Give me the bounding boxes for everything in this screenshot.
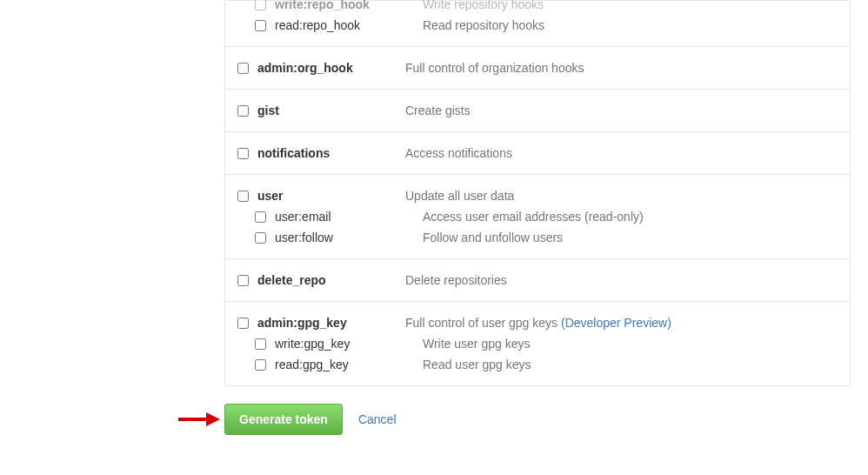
scope-name: gist: [257, 104, 405, 117]
scope-name: admin:gpg_key: [257, 316, 405, 330]
scope-group-admin-org-hook: admin:org_hook Full control of organizat…: [225, 46, 850, 89]
scope-row-notifications: notifications Access notifications: [237, 143, 850, 164]
scope-desc: Write user gpg keys: [423, 337, 530, 351]
scope-row-user-follow: user:follow Follow and unfollow users: [237, 227, 850, 248]
scope-desc: Access notifications: [405, 146, 512, 160]
scope-desc: Delete repositories: [405, 273, 507, 287]
checkbox-read-gpg-key[interactable]: [255, 359, 266, 371]
scope-desc: Write repository hooks: [423, 0, 544, 11]
checkbox-gist[interactable]: [237, 105, 249, 117]
scope-desc: Read user gpg keys: [423, 358, 531, 371]
desc-text: Full control of user gpg keys: [405, 316, 561, 330]
scope-row-gist: gist Create gists: [237, 100, 850, 121]
scope-group-user: user Update all user data user:email Acc…: [225, 174, 850, 258]
scope-group-notifications: notifications Access notifications: [225, 131, 850, 174]
scope-group-delete-repo: delete_repo Delete repositories: [225, 258, 850, 301]
scope-name: user: [257, 189, 405, 203]
scope-row-user: user Update all user data: [237, 185, 850, 206]
scope-name: write:repo_hook: [275, 0, 423, 11]
scope-row-write-repo-hook: write:repo_hook Write repository hooks: [237, 0, 850, 15]
scope-row-admin-org-hook: admin:org_hook Full control of organizat…: [237, 57, 850, 78]
scope-name: admin:org_hook: [257, 61, 405, 75]
scope-group-repo-hook: write:repo_hook Write repository hooks r…: [225, 0, 850, 46]
cancel-link[interactable]: Cancel: [358, 412, 397, 426]
checkbox-notifications[interactable]: [237, 148, 249, 159]
scope-desc: Follow and unfollow users: [423, 231, 563, 244]
form-actions: Generate token Cancel: [224, 404, 868, 435]
scope-row-read-gpg-key: read:gpg_key Read user gpg keys: [237, 354, 850, 375]
scope-desc: Read repository hooks: [423, 18, 544, 32]
scope-desc: Create gists: [405, 104, 471, 117]
checkbox-user-email[interactable]: [255, 211, 266, 223]
scope-desc: Update all user data: [405, 189, 514, 203]
scope-row-read-repo-hook: read:repo_hook Read repository hooks: [237, 15, 850, 36]
checkbox-delete-repo[interactable]: [237, 275, 249, 286]
scope-name: write:gpg_key: [275, 337, 423, 351]
scope-group-gist: gist Create gists: [225, 89, 850, 131]
scope-row-write-gpg-key: write:gpg_key Write user gpg keys: [237, 333, 850, 354]
scope-name: delete_repo: [257, 273, 405, 287]
scope-desc: Full control of user gpg keys (Developer…: [405, 316, 671, 330]
scope-row-admin-gpg-key: admin:gpg_key Full control of user gpg k…: [237, 312, 850, 333]
checkbox-user[interactable]: [237, 191, 249, 202]
svg-marker-1: [206, 412, 220, 426]
checkbox-read-repo-hook[interactable]: [255, 20, 266, 31]
checkbox-admin-gpg-key[interactable]: [237, 318, 249, 329]
scope-name: user:follow: [275, 231, 423, 244]
scope-row-delete-repo: delete_repo Delete repositories: [237, 270, 850, 291]
scope-name: read:gpg_key: [275, 358, 423, 371]
scope-name: user:email: [275, 210, 423, 224]
checkbox-write-gpg-key[interactable]: [255, 338, 266, 350]
checkbox-admin-org-hook[interactable]: [237, 63, 249, 74]
checkbox-write-repo-hook[interactable]: [255, 0, 266, 10]
scope-desc: Access user email addresses (read-only): [423, 210, 644, 224]
scope-name: notifications: [257, 146, 405, 160]
scope-group-admin-gpg-key: admin:gpg_key Full control of user gpg k…: [225, 301, 850, 385]
scope-name: read:repo_hook: [275, 18, 423, 32]
generate-token-button[interactable]: Generate token: [224, 404, 343, 435]
checkbox-user-follow[interactable]: [255, 232, 266, 244]
scopes-list: write:repo_hook Write repository hooks r…: [224, 0, 851, 386]
scope-desc: Full control of organization hooks: [405, 61, 584, 75]
scope-row-user-email: user:email Access user email addresses (…: [237, 206, 850, 227]
arrow-icon: [177, 411, 220, 431]
developer-preview-link[interactable]: (Developer Preview): [561, 316, 671, 330]
